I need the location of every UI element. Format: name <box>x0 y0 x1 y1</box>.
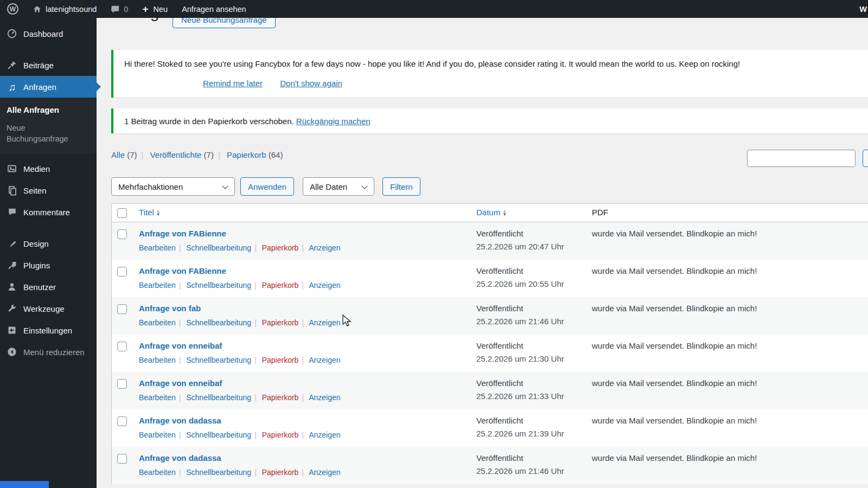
quick-edit-link[interactable]: Schnellbearbeitung <box>186 318 251 327</box>
sidebar-item-benutzer[interactable]: Benutzer <box>0 276 97 298</box>
request-title-link[interactable]: Anfrage von enneibaf <box>139 341 222 350</box>
view-link[interactable]: Anzeigen <box>309 356 340 364</box>
sidebar-item-dashboard[interactable]: Dashboard <box>0 23 97 44</box>
trash-link[interactable]: Papierkorb <box>262 393 299 402</box>
select-all-checkbox[interactable] <box>117 208 127 218</box>
bulk-actions-select[interactable]: Mehrfachaktionen <box>111 177 235 196</box>
view-link[interactable]: Anzeigen <box>309 468 340 477</box>
search-submit-button-partial[interactable] <box>863 150 868 167</box>
wordpress-menu[interactable]: W <box>0 0 25 18</box>
view-link[interactable]: Anzeigen <box>309 431 340 439</box>
view-link[interactable]: Anzeigen <box>309 243 340 252</box>
sidebar-item-design[interactable]: Design <box>0 233 97 254</box>
trash-link[interactable]: Papierkorb <box>262 431 299 439</box>
undo-link[interactable]: Rückgängig machen <box>296 117 371 126</box>
site-name-link[interactable]: latenightsound <box>25 0 104 18</box>
trash-link[interactable]: Papierkorb <box>262 281 299 290</box>
row-pdf-status: wurde via Mail versendet. Blindkopie an … <box>592 416 757 425</box>
row-status: Veröffentlicht <box>476 229 564 238</box>
request-title-link[interactable]: Anfrage von dadassa <box>139 416 221 425</box>
table-row: Anfrage von FABienne Bearbeiten Schnellb… <box>112 222 868 260</box>
request-title-link[interactable]: Anfrage von FABienne <box>139 266 226 275</box>
view-link[interactable]: Anzeigen <box>309 393 340 402</box>
row-actions: Bearbeiten Schnellbearbeitung Papierkorb… <box>139 318 341 327</box>
quick-edit-link[interactable]: Schnellbearbeitung <box>186 281 251 290</box>
edit-link[interactable]: Bearbeiten <box>139 356 176 364</box>
quick-edit-link[interactable]: Schnellbearbeitung <box>186 431 251 439</box>
table-row: Anfrage von enneibaf Bearbeiten Schnellb… <box>112 372 868 409</box>
request-title-link[interactable]: Anfrage von FABienne <box>139 229 226 238</box>
row-checkbox[interactable] <box>117 416 127 426</box>
trash-link[interactable]: Papierkorb <box>262 468 299 477</box>
table-row: Anfrage von FABienne Bearbeiten Schnellb… <box>112 260 868 297</box>
quick-edit-link[interactable]: Schnellbearbeitung <box>186 356 251 364</box>
sidebar-subitem-neue-buchungsanfrage[interactable]: Neue Buchungsanfrage <box>0 119 87 148</box>
mouse-cursor <box>342 314 354 328</box>
trash-link[interactable]: Papierkorb <box>262 356 299 364</box>
sidebar-subitem-alle-anfragen[interactable]: Alle Anfragen <box>0 101 87 119</box>
row-pdf-status: wurde via Mail versendet. Blindkopie an … <box>592 304 757 313</box>
sort-icon: ▲▼ <box>502 210 507 216</box>
request-title-link[interactable]: Anfrage von enneibaf <box>139 378 222 388</box>
edit-link[interactable]: Bearbeiten <box>139 243 176 252</box>
row-checkbox[interactable] <box>117 304 127 314</box>
sidebar-item-kommentare[interactable]: Kommentare <box>0 201 97 223</box>
sort-icon: ▲▼ <box>156 210 161 216</box>
edit-link[interactable]: Bearbeiten <box>139 431 176 439</box>
view-link[interactable]: Anzeigen <box>309 318 340 327</box>
comment-count: 0 <box>124 5 128 14</box>
quick-edit-link[interactable]: Schnellbearbeitung <box>186 468 251 477</box>
view-trash-link[interactable]: Papierkorb <box>227 150 266 159</box>
collapse-menu-button[interactable]: Menü reduzieren <box>0 341 97 363</box>
quick-edit-link[interactable]: Schnellbearbeitung <box>186 243 251 252</box>
edit-link[interactable]: Bearbeiten <box>139 468 176 477</box>
row-checkbox[interactable] <box>117 342 127 351</box>
row-checkbox[interactable] <box>117 454 127 464</box>
sidebar-item-anfragen[interactable]: ♫ Anfragen <box>0 76 97 98</box>
dont-show-again-link[interactable]: Don't show again <box>280 79 342 88</box>
view-requests-link[interactable]: Anfragen ansehen <box>175 0 253 18</box>
sidebar-item-seiten[interactable]: Seiten <box>0 179 97 201</box>
request-title-link[interactable]: Anfrage von fab <box>139 304 201 313</box>
view-link[interactable]: Anzeigen <box>309 281 340 290</box>
brush-icon <box>7 238 17 249</box>
row-pdf-status: wurde via Mail versendet. Blindkopie an … <box>592 266 757 275</box>
edit-link[interactable]: Bearbeiten <box>139 318 176 327</box>
view-published-link[interactable]: Veröffentlichte <box>150 150 202 159</box>
view-all-link[interactable]: Alle <box>111 150 125 159</box>
row-actions: Bearbeiten Schnellbearbeitung Papierkorb… <box>139 431 341 439</box>
sidebar-item-plugins[interactable]: Plugins <box>0 254 97 276</box>
admin-sidebar: Dashboard Beiträge ♫ Anfragen Alle Anfra… <box>0 18 97 488</box>
sidebar-item-einstellungen[interactable]: Einstellungen <box>0 319 97 341</box>
trash-link[interactable]: Papierkorb <box>262 318 299 327</box>
row-date: 25.2.2026 um 21:39 Uhr <box>476 429 564 438</box>
search-input[interactable] <box>747 150 856 167</box>
sort-by-title-header[interactable]: Titel▲▼ <box>139 208 161 217</box>
edit-link[interactable]: Bearbeiten <box>139 281 176 290</box>
row-checkbox[interactable] <box>117 267 127 277</box>
edit-link[interactable]: Bearbeiten <box>139 393 176 402</box>
filter-button[interactable]: Filtern <box>382 177 420 196</box>
row-date: 25.2.2026 um 20:47 Uhr <box>476 242 564 251</box>
dashboard-icon <box>7 28 17 39</box>
admin-bar: W latenightsound 0 + Neu Anfragen ansehe… <box>0 0 868 18</box>
comments-link[interactable]: 0 <box>104 0 135 18</box>
row-actions: Bearbeiten Schnellbearbeitung Papierkorb… <box>139 281 341 290</box>
row-checkbox[interactable] <box>117 379 127 389</box>
sidebar-item-beitraege[interactable]: Beiträge <box>0 54 97 76</box>
sidebar-item-werkzeuge[interactable]: Werkzeuge <box>0 298 97 319</box>
apply-button[interactable]: Anwenden <box>240 177 294 196</box>
trash-link[interactable]: Papierkorb <box>262 243 299 252</box>
remind-me-later-link[interactable]: Remind me later <box>203 79 263 88</box>
request-title-link[interactable]: Anfrage von dadassa <box>139 453 221 463</box>
date-filter-select[interactable]: Alle Daten <box>303 177 374 196</box>
tools-icon <box>7 303 17 314</box>
media-icon <box>7 163 17 174</box>
trash-success-notice: 1 Beitrag wurde in den Papierkorb versch… <box>111 108 868 133</box>
quick-edit-link[interactable]: Schnellbearbeitung <box>186 393 251 402</box>
sidebar-item-medien[interactable]: Medien <box>0 158 97 179</box>
sort-by-date-header[interactable]: Datum▲▼ <box>476 208 507 217</box>
row-checkbox[interactable] <box>117 229 127 239</box>
row-status: Veröffentlicht <box>476 304 564 313</box>
new-content-menu[interactable]: + Neu <box>135 0 175 18</box>
